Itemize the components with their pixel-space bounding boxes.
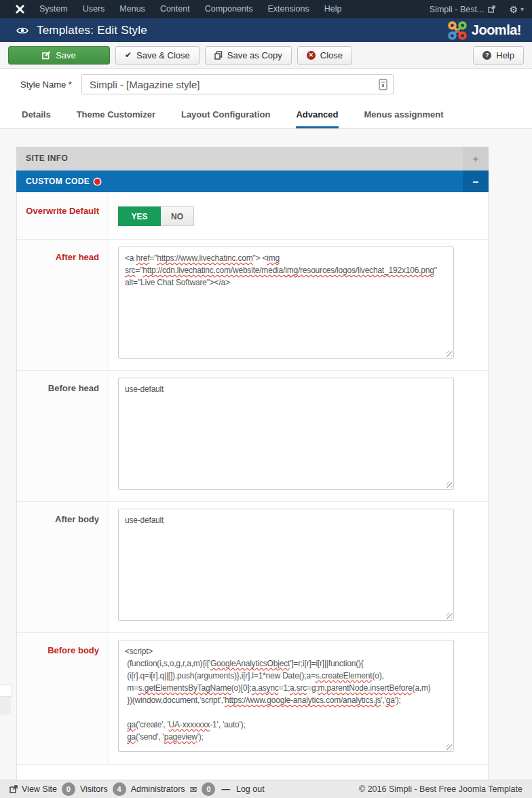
input-indicator-icon: [379, 79, 387, 90]
after-body-row: After body use-default: [17, 502, 488, 633]
joomla-logo-icon: [447, 20, 468, 41]
save-label: Save: [56, 50, 76, 60]
before-body-row: Before body <script> (function(i,s,o,g,r…: [17, 633, 488, 765]
view-site-link[interactable]: View Site: [10, 784, 57, 794]
visitors-label: Visitors: [80, 784, 108, 794]
logout-link[interactable]: Log out: [236, 784, 265, 794]
copy-icon: [214, 51, 223, 60]
toolbar: Save ✔ Save & Close Save as Copy ✕ Close…: [0, 42, 532, 69]
save-button[interactable]: Save: [8, 46, 110, 65]
custom-code-title: CUSTOM CODE: [26, 177, 90, 186]
joomla-wordmark: Joomla!: [472, 22, 521, 38]
save-copy-label: Save as Copy: [227, 50, 282, 60]
collapse-icon[interactable]: −: [463, 170, 489, 192]
page-header: Templates: Edit Style Joomla!: [0, 18, 532, 42]
eye-icon: [16, 26, 28, 35]
status-bar: View Site 0 Visitors 4 Administrators ✉ …: [0, 780, 532, 798]
after-body-label: After body: [17, 502, 109, 632]
close-label: Close: [320, 50, 343, 60]
gear-icon[interactable]: ⚙: [509, 5, 518, 14]
help-button[interactable]: ? Help: [473, 46, 524, 65]
main-content: SITE INFO + CUSTOM CODE − Overwrite Defa…: [0, 129, 532, 780]
save-copy-button[interactable]: Save as Copy: [205, 46, 292, 65]
tab-menus-assignment[interactable]: Menus assignment: [364, 109, 444, 128]
messages-count-badge: 0: [202, 782, 215, 796]
menu-content[interactable]: Content: [153, 0, 197, 18]
preview-template-link[interactable]: Simpli - Best...: [430, 5, 496, 14]
overwrite-default-row: Overwrite Default YES NO: [17, 192, 488, 240]
admins-count-badge: 4: [113, 782, 126, 796]
advanced-panel: SITE INFO + CUSTOM CODE − Overwrite Defa…: [16, 147, 489, 780]
custom-code-body: Overwrite Default YES NO After head <a h…: [16, 192, 489, 780]
accordion-custom-code[interactable]: CUSTOM CODE −: [16, 170, 489, 192]
admin-menubar: System Users Menus Content Components Ex…: [0, 0, 532, 18]
close-button[interactable]: ✕ Close: [297, 46, 352, 65]
close-icon: ✕: [307, 51, 316, 60]
messages-icon[interactable]: ✉: [190, 784, 197, 795]
before-head-label: Before head: [17, 371, 109, 501]
left-edge-artifact: [0, 685, 12, 697]
tab-details[interactable]: Details: [22, 109, 51, 128]
expand-icon[interactable]: +: [463, 147, 489, 170]
menu-help[interactable]: Help: [317, 0, 349, 18]
menu-components[interactable]: Components: [197, 0, 261, 18]
view-site-icon: [10, 785, 18, 793]
page-title: Templates: Edit Style: [37, 24, 147, 37]
dash-icon: —: [221, 784, 230, 794]
toggle-yes-button[interactable]: YES: [118, 206, 161, 226]
style-name-label: Style Name *: [20, 79, 72, 90]
menu-users[interactable]: Users: [75, 0, 113, 18]
overwrite-toggle: YES NO: [118, 206, 194, 226]
toggle-no-button[interactable]: NO: [161, 206, 194, 226]
help-label: Help: [496, 50, 514, 60]
style-name-value: Simpli - [Magazine style]: [90, 79, 379, 90]
after-head-textarea[interactable]: <a href="https://www.livechatinc.com"> <…: [118, 247, 454, 359]
menu-extensions[interactable]: Extensions: [261, 0, 317, 18]
menu-system[interactable]: System: [32, 0, 75, 18]
before-body-textarea[interactable]: <script> (function(i,s,o,g,r,a,m){i['Goo…: [118, 640, 454, 752]
left-edge-artifact: [0, 697, 11, 714]
help-icon: ?: [482, 51, 491, 60]
external-link-icon: [488, 5, 495, 13]
style-name-input[interactable]: Simpli - [Magazine style]: [81, 74, 394, 94]
template-link-label: Simpli - Best...: [430, 5, 484, 14]
site-info-title: SITE INFO: [16, 153, 463, 163]
accordion-site-info[interactable]: SITE INFO +: [16, 147, 489, 170]
copyright-text: © 2016 Simpli - Best Free Joomla Templat…: [359, 784, 522, 794]
menu-menus[interactable]: Menus: [112, 0, 153, 18]
joomla-brand: Joomla!: [447, 20, 522, 41]
before-head-row: Before head use-default: [17, 371, 488, 502]
after-head-label: After head: [17, 240, 109, 370]
tab-bar: Details Theme Customizer Layout Configur…: [0, 100, 532, 129]
tab-theme-customizer[interactable]: Theme Customizer: [77, 109, 155, 128]
save-close-button[interactable]: ✔ Save & Close: [115, 46, 200, 65]
check-icon: ✔: [125, 51, 132, 59]
tab-advanced[interactable]: Advanced: [296, 109, 338, 128]
joomla-x-icon: [15, 4, 25, 14]
panel-filler: [17, 765, 488, 780]
save-close-label: Save & Close: [136, 50, 190, 60]
visitors-count-badge: 0: [62, 782, 75, 796]
after-body-textarea[interactable]: use-default: [118, 509, 454, 621]
view-site-label: View Site: [22, 784, 57, 794]
before-body-label: Before body: [17, 633, 109, 764]
style-name-row: Style Name * Simpli - [Magazine style]: [0, 69, 532, 100]
overwrite-default-label: Overwrite Default: [17, 192, 109, 239]
chevron-down-icon[interactable]: ▾: [520, 5, 524, 13]
after-head-row: After head <a href="https://www.livechat…: [17, 240, 488, 371]
save-edit-icon: [42, 51, 51, 60]
tab-layout-configuration[interactable]: Layout Configuration: [181, 109, 270, 128]
before-head-textarea[interactable]: use-default: [118, 378, 454, 490]
modified-indicator-dot: [94, 179, 100, 185]
admins-label: Administrators: [131, 784, 185, 794]
